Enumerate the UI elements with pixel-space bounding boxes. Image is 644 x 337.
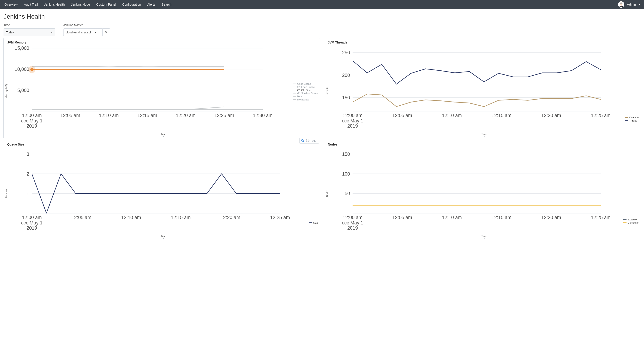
- legend-jvm-threads: DaemonThread: [625, 116, 638, 122]
- svg-text:12:00 am: 12:00 am: [342, 215, 362, 220]
- nav-item-overview[interactable]: Overview: [2, 0, 20, 9]
- svg-text:12:05 am: 12:05 am: [60, 113, 80, 118]
- nav-item-audit-trail[interactable]: Audit Trail: [21, 0, 40, 9]
- panel-title: JVM Memory: [7, 40, 319, 44]
- refresh-badge[interactable]: 11m ago: [300, 138, 319, 143]
- filter-time-group: Time Today: [4, 23, 55, 36]
- pager-dot-icon: ●: [329, 136, 640, 137]
- legend-item[interactable]: Executor: [623, 218, 638, 221]
- chart-jvm-memory: 5,00010,00015,00012:00 amccc May 1201912…: [8, 45, 319, 132]
- legend-item[interactable]: Thread: [625, 119, 638, 122]
- filter-master-label: Jenkins Master: [63, 23, 110, 27]
- svg-text:12:25 am: 12:25 am: [270, 215, 290, 220]
- svg-text:150: 150: [342, 95, 350, 100]
- svg-text:12:20 am: 12:20 am: [176, 113, 196, 118]
- svg-text:12:10 am: 12:10 am: [99, 113, 119, 118]
- svg-text:12:00 am: 12:00 am: [22, 215, 42, 220]
- nav-item-search[interactable]: Search: [159, 0, 174, 9]
- legend-item[interactable]: G1 Old Gen: [293, 89, 318, 91]
- svg-text:12:20 am: 12:20 am: [220, 215, 240, 220]
- svg-text:12:10 am: 12:10 am: [121, 215, 141, 220]
- chart-queue-size: 12312:00 amccc May 1201912:05 am12:10 am…: [8, 148, 319, 234]
- svg-text:5,000: 5,000: [17, 88, 29, 93]
- chevron-down-icon: [51, 32, 53, 33]
- filter-bar: Time Today Jenkins Master cloud-jenkins.…: [4, 23, 640, 36]
- y-axis-label: Threads: [325, 45, 329, 137]
- legend-label: Code Cache: [297, 82, 311, 85]
- legend-item[interactable]: G1 Eden Space: [293, 86, 318, 88]
- svg-point-21: [30, 68, 33, 71]
- svg-text:50: 50: [344, 191, 350, 196]
- nav-item-jenkins-node[interactable]: Jenkins Node: [68, 0, 93, 9]
- legend-label: G1 Old Gen: [297, 89, 310, 91]
- y-axis-label: Number: [4, 148, 8, 239]
- svg-text:12:05 am: 12:05 am: [392, 215, 412, 220]
- svg-text:250: 250: [342, 50, 350, 55]
- nav-item-custom-panel[interactable]: Custom Panel: [94, 0, 119, 9]
- panel-jvm-threads[interactable]: JVM Threads Threads 15020025012:00 amccc…: [324, 38, 641, 138]
- svg-text:12:20 am: 12:20 am: [541, 215, 561, 220]
- jenkins-master-dropdown[interactable]: cloud-jenkins.sv.spl...: [63, 28, 102, 36]
- svg-text:12:25 am: 12:25 am: [214, 113, 234, 118]
- nav-item-configuration[interactable]: Configuration: [120, 0, 144, 9]
- legend-item[interactable]: Daemon: [625, 116, 638, 119]
- legend-label: Heap: [297, 95, 303, 98]
- legend-swatch-icon: [625, 117, 628, 118]
- svg-text:2: 2: [27, 171, 30, 176]
- svg-text:150: 150: [342, 152, 350, 157]
- legend-swatch-icon: [293, 99, 296, 100]
- panel-jvm-memory[interactable]: JVM Memory Memory(MB) 5,00010,00015,0001…: [4, 38, 320, 138]
- legend-swatch-icon: [293, 84, 296, 84]
- svg-text:2019: 2019: [347, 123, 358, 128]
- panel-nodes[interactable]: Nodes Nodes 5010015012:00 amccc May 1201…: [324, 140, 641, 240]
- legend-item[interactable]: Heap: [293, 95, 318, 98]
- legend-item[interactable]: Size: [309, 221, 318, 224]
- svg-text:200: 200: [342, 73, 350, 78]
- svg-text:12:15 am: 12:15 am: [137, 113, 157, 118]
- svg-text:2019: 2019: [26, 225, 37, 230]
- time-range-dropdown[interactable]: Today: [4, 28, 55, 36]
- svg-text:2019: 2019: [347, 225, 358, 230]
- svg-text:2019: 2019: [26, 123, 37, 128]
- chart-nodes: 5010015012:00 amccc May 1201912:05 am12:…: [329, 148, 640, 234]
- legend-item[interactable]: Code Cache: [293, 82, 318, 85]
- svg-text:12:15 am: 12:15 am: [171, 215, 191, 220]
- svg-text:12:20 am: 12:20 am: [541, 113, 561, 118]
- legend-swatch-icon: [625, 120, 628, 121]
- svg-text:ccc May 1: ccc May 1: [21, 118, 42, 124]
- pager-dot-icon: ●: [8, 238, 319, 239]
- legend-swatch-icon: [623, 219, 626, 220]
- legend-label: G1 Eden Space: [297, 86, 315, 88]
- legend-label: Size: [313, 221, 318, 224]
- filter-time-label: Time: [4, 23, 55, 27]
- legend-label: Computer: [628, 221, 638, 224]
- x-axis-label: Time: [8, 235, 319, 237]
- nav-item-alerts[interactable]: Alerts: [144, 0, 158, 9]
- filter-master-group: Jenkins Master cloud-jenkins.sv.spl... ×: [63, 23, 110, 36]
- legend-item[interactable]: Metaspace: [293, 98, 318, 101]
- legend-label: G1 Survivor Space: [297, 92, 318, 95]
- pager-dot-icon: ●: [8, 136, 319, 137]
- chevron-down-icon: [638, 4, 640, 5]
- y-axis-label: Memory(MB): [4, 45, 8, 137]
- svg-text:3: 3: [27, 152, 30, 157]
- svg-text:12:05 am: 12:05 am: [72, 215, 91, 220]
- legend-label: Executor: [628, 218, 638, 221]
- y-axis-label: Nodes: [325, 148, 329, 239]
- user-menu[interactable]: Admin: [616, 1, 640, 8]
- clear-filter-button[interactable]: ×: [102, 28, 110, 36]
- chart-jvm-threads: 15020025012:00 amccc May 1201912:05 am12…: [329, 45, 640, 132]
- chevron-down-icon: [95, 32, 96, 33]
- legend-jvm-memory: Code CacheG1 Eden SpaceG1 Old GenG1 Surv…: [293, 82, 318, 101]
- legend-item[interactable]: G1 Survivor Space: [293, 92, 318, 95]
- panel-title: Nodes: [328, 143, 640, 146]
- svg-point-22: [302, 139, 304, 141]
- legend-swatch-icon: [293, 96, 296, 97]
- legend-item[interactable]: Computer: [623, 221, 638, 224]
- svg-point-2: [620, 4, 621, 4]
- legend-queue-size: Size: [309, 221, 318, 224]
- panel-queue-size[interactable]: Queue Size Number 12312:00 amccc May 120…: [4, 140, 320, 240]
- nav-item-jenkins-health[interactable]: Jenkins Health: [42, 0, 68, 9]
- svg-text:ccc May 1: ccc May 1: [342, 220, 363, 225]
- svg-text:12:25 am: 12:25 am: [591, 215, 610, 220]
